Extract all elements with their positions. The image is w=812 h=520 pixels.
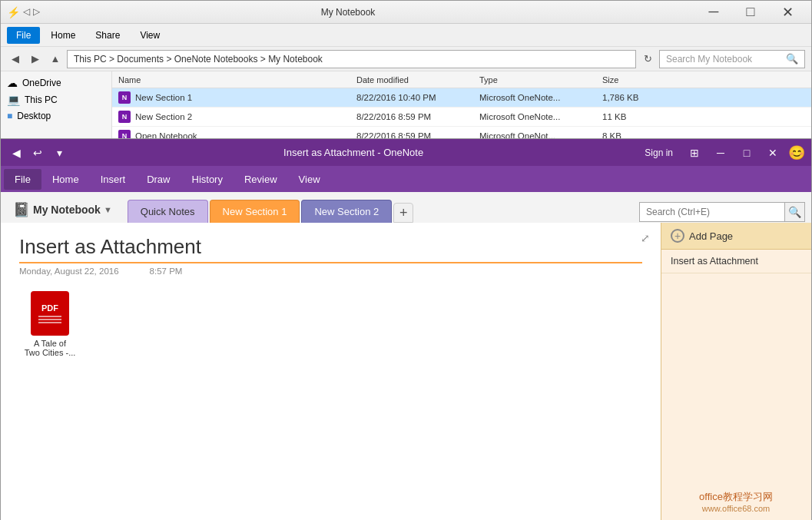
expand-btn[interactable]: ⤢ bbox=[636, 229, 655, 247]
refresh-btn[interactable]: ↻ bbox=[639, 51, 656, 68]
menu-draw[interactable]: Draw bbox=[136, 169, 181, 190]
explorer-sidebar: ☁ OneDrive 💻 This PC ■ Desktop bbox=[1, 71, 112, 147]
file-date: 8/22/2016 10:40 PM bbox=[350, 93, 473, 102]
sign-in-btn[interactable]: Sign in bbox=[638, 146, 679, 160]
page-list-item[interactable]: Insert as Attachment bbox=[661, 250, 811, 273]
search-icon[interactable]: 🔍 bbox=[786, 53, 798, 65]
search-area: 🔍 bbox=[639, 201, 805, 223]
file-row[interactable]: N New Section 2 8/22/2016 8:59 PM Micros… bbox=[112, 108, 811, 127]
file-name: New Section 1 bbox=[135, 93, 192, 102]
tab-new-section-2[interactable]: New Section 2 bbox=[301, 200, 392, 223]
watermark-line2: www.office68.com bbox=[661, 504, 811, 513]
explorer-close-btn[interactable]: ✕ bbox=[770, 2, 805, 23]
explorer-minimize-btn[interactable]: ─ bbox=[696, 2, 731, 23]
file-row[interactable]: N New Section 1 8/22/2016 10:40 PM Micro… bbox=[112, 88, 811, 108]
file-type: Microsoft OneNote... bbox=[473, 112, 596, 121]
date-text: Monday, August 22, 2016 bbox=[19, 267, 119, 276]
onenote-undo-btn[interactable]: ↩ bbox=[28, 144, 47, 162]
forward-icon-small: ▷ bbox=[33, 6, 40, 18]
up-btn[interactable]: ▲ bbox=[47, 51, 64, 68]
search-box[interactable]: Search My Notebook 🔍 bbox=[659, 50, 805, 68]
pages-panel: + Add Page Insert as Attachment office教程… bbox=[661, 223, 811, 520]
onenote-file-icon: N bbox=[118, 111, 131, 123]
sidebar-item-onedrive[interactable]: ☁ OneDrive bbox=[1, 75, 111, 91]
forward-btn[interactable]: ▶ bbox=[27, 51, 44, 68]
back-btn[interactable]: ◀ bbox=[7, 51, 24, 68]
menu-insert[interactable]: Insert bbox=[90, 169, 137, 190]
onenote-notebook-view-btn[interactable]: ⊞ bbox=[684, 144, 705, 161]
back-icon-small: ◁ bbox=[23, 6, 30, 18]
onenote-titlebar: ◀ ↩ ▾ Insert as Attachment - OneNote Sig… bbox=[1, 139, 811, 166]
page-title-area: Insert as Attachment bbox=[19, 235, 642, 263]
address-bar: ◀ ▶ ▲ This PC > Documents > OneNote Note… bbox=[1, 47, 811, 71]
filelist-header: Name Date modified Type Size bbox=[112, 71, 811, 88]
column-size[interactable]: Size bbox=[596, 74, 658, 86]
page-title[interactable]: Insert as Attachment bbox=[19, 235, 642, 263]
onenote-minimize-btn[interactable]: ─ bbox=[710, 144, 731, 161]
pdf-lines bbox=[38, 316, 61, 323]
pdf-attachment[interactable]: PDF A Tale ofTwo Cities -... bbox=[19, 291, 81, 357]
notebook-selector[interactable]: 📓 My Notebook ▼ bbox=[7, 197, 118, 223]
page-content: ⤢ Insert as Attachment Monday, August 22… bbox=[1, 223, 661, 520]
onenote-back-btn[interactable]: ◀ bbox=[7, 144, 25, 162]
menu-view[interactable]: View bbox=[288, 169, 331, 190]
pdf-filename: A Tale ofTwo Cities -... bbox=[25, 339, 76, 357]
notebook-icon: 📓 bbox=[13, 201, 30, 218]
file-type: Microsoft OneNote... bbox=[473, 93, 596, 102]
sidebar-item-label: This PC bbox=[25, 94, 58, 105]
sidebar-item-label: Desktop bbox=[17, 111, 51, 121]
sidebar-item-thispc[interactable]: 💻 This PC bbox=[1, 91, 111, 108]
file-size: 1,786 KB bbox=[596, 93, 658, 102]
menu-review[interactable]: Review bbox=[234, 169, 288, 190]
address-path[interactable]: This PC > Documents > OneNote Notebooks … bbox=[67, 50, 636, 68]
onenote-titlebar-right: Sign in ⊞ ─ □ ✕ 😊 bbox=[638, 144, 805, 161]
tab-quick-notes[interactable]: Quick Notes bbox=[128, 200, 208, 223]
notebook-name: My Notebook bbox=[33, 204, 101, 216]
onenote-window: ◀ ↩ ▾ Insert as Attachment - OneNote Sig… bbox=[0, 138, 812, 520]
pdf-label-text: PDF bbox=[41, 303, 58, 313]
menu-file[interactable]: File bbox=[4, 169, 41, 190]
menu-home[interactable]: Home bbox=[41, 169, 90, 190]
ribbon-tab-share[interactable]: Share bbox=[86, 27, 129, 44]
page-date: Monday, August 22, 2016 8:57 PM bbox=[19, 267, 642, 276]
column-name[interactable]: Name bbox=[112, 74, 350, 86]
onenote-titlebar-left: ◀ ↩ ▾ bbox=[7, 144, 68, 162]
thispc-icon: 💻 bbox=[7, 94, 20, 106]
watermark: office教程学习网 www.office68.com bbox=[661, 484, 811, 519]
menu-history[interactable]: History bbox=[181, 169, 234, 190]
sidebar-item-desktop[interactable]: ■ Desktop bbox=[1, 108, 111, 124]
search-input[interactable] bbox=[639, 202, 785, 222]
desktop-icon: ■ bbox=[7, 111, 12, 121]
explorer-maximize-btn[interactable]: □ bbox=[733, 2, 768, 23]
onenote-close-btn[interactable]: ✕ bbox=[762, 144, 784, 161]
add-section-btn[interactable]: + bbox=[393, 203, 413, 223]
explorer-titlebar: ⚡ ◁ ▷ My Notebook ─ □ ✕ bbox=[1, 1, 811, 24]
tab-new-section-1[interactable]: New Section 1 bbox=[210, 200, 300, 223]
onenote-quick-access-btn[interactable]: ▾ bbox=[50, 144, 68, 162]
onenote-maximize-btn[interactable]: □ bbox=[736, 144, 757, 161]
pdf-icon: PDF bbox=[31, 291, 69, 336]
ribbon-tab-file[interactable]: File bbox=[7, 27, 40, 44]
ribbon-tab-home[interactable]: Home bbox=[41, 27, 85, 44]
ribbon-tab-view[interactable]: View bbox=[131, 27, 169, 44]
file-date: 8/22/2016 8:59 PM bbox=[350, 112, 473, 121]
emoji-icon: 😊 bbox=[788, 144, 805, 161]
onenote-tabs-area: 📓 My Notebook ▼ Quick Notes New Section … bbox=[1, 192, 811, 223]
file-size: 11 KB bbox=[596, 112, 658, 121]
search-placeholder: Search My Notebook bbox=[666, 54, 752, 65]
add-page-label: Add Page bbox=[689, 230, 733, 242]
column-date[interactable]: Date modified bbox=[350, 74, 473, 86]
column-type[interactable]: Type bbox=[473, 74, 596, 86]
add-page-btn[interactable]: + Add Page bbox=[661, 223, 811, 250]
explorer-window-controls: ─ □ ✕ bbox=[696, 2, 805, 23]
onenote-title: Insert as Attachment - OneNote bbox=[68, 147, 638, 158]
quick-access-icon: ⚡ bbox=[7, 6, 20, 18]
explorer-window: ⚡ ◁ ▷ My Notebook ─ □ ✕ File Home Share … bbox=[0, 0, 812, 146]
onenote-content: ⤢ Insert as Attachment Monday, August 22… bbox=[1, 223, 811, 520]
explorer-ribbon: File Home Share View bbox=[1, 24, 811, 47]
titlebar-icons: ⚡ ◁ ▷ bbox=[7, 6, 40, 18]
onenote-file-icon: N bbox=[118, 91, 131, 104]
sidebar-item-label: OneDrive bbox=[22, 78, 61, 88]
search-submit-btn[interactable]: 🔍 bbox=[785, 202, 805, 222]
time-text: 8:57 PM bbox=[150, 267, 183, 276]
